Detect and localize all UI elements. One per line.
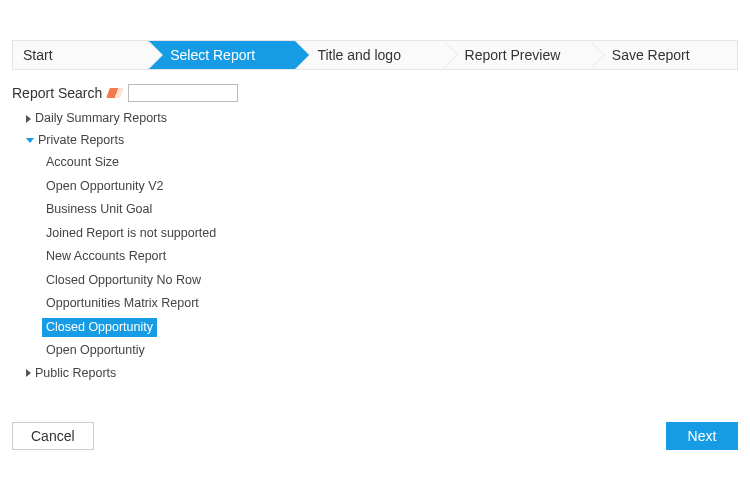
tree-item-open-opportunity[interactable]: Open Opportuntiy (12, 339, 738, 363)
wizard-steps: Start Select Report Title and logo Repor… (12, 40, 738, 70)
caret-right-icon (26, 115, 31, 123)
button-label: Cancel (31, 428, 75, 444)
tree-item-label: Account Size (42, 153, 123, 173)
tree-item-label: Closed Opportunity (42, 318, 157, 338)
folder-label: Public Reports (35, 365, 116, 383)
step-title-and-logo[interactable]: Title and logo (295, 41, 442, 69)
tree-folder: Daily Summary Reports (12, 108, 738, 130)
folder-private-reports[interactable]: Private Reports (12, 130, 738, 152)
folder-children: Account Size Open Opportunity V2 Busines… (12, 151, 738, 363)
tree-item-label: New Accounts Report (42, 247, 170, 267)
tree-item-business-unit-goal[interactable]: Business Unit Goal (12, 198, 738, 222)
report-search-row: Report Search (12, 84, 738, 102)
tree-folder: Public Reports (12, 363, 738, 385)
tree-item-open-opportunity-v2[interactable]: Open Opportunity V2 (12, 175, 738, 199)
folder-label: Private Reports (38, 132, 124, 150)
tree-item-joined-report-not-supported[interactable]: Joined Report is not supported (12, 222, 738, 246)
next-button[interactable]: Next (666, 422, 738, 450)
folder-daily-summary-reports[interactable]: Daily Summary Reports (12, 108, 738, 130)
wizard-footer: Cancel Next (12, 422, 738, 450)
step-label: Title and logo (317, 47, 401, 63)
button-label: Next (688, 428, 717, 444)
tree-item-label: Closed Opportunity No Row (42, 271, 205, 291)
step-label: Save Report (612, 47, 690, 63)
tree-item-opportunities-matrix-report[interactable]: Opportunities Matrix Report (12, 292, 738, 316)
tree-folder: Private Reports Account Size Open Opport… (12, 130, 738, 363)
folder-public-reports[interactable]: Public Reports (12, 363, 738, 385)
folder-label: Daily Summary Reports (35, 110, 167, 128)
step-label: Select Report (170, 47, 255, 63)
report-search-input[interactable] (128, 84, 238, 102)
tree-item-label: Open Opportuntiy (42, 341, 149, 361)
step-start[interactable]: Start (13, 41, 148, 69)
step-save-report[interactable]: Save Report (590, 41, 737, 69)
tree-item-label: Joined Report is not supported (42, 224, 220, 244)
tree-item-label: Business Unit Goal (42, 200, 156, 220)
caret-right-icon (26, 369, 31, 377)
report-search-label: Report Search (12, 85, 102, 101)
step-report-preview[interactable]: Report Preview (443, 41, 590, 69)
tree-item-account-size[interactable]: Account Size (12, 151, 738, 175)
caret-down-icon (26, 138, 34, 143)
cancel-button[interactable]: Cancel (12, 422, 94, 450)
tree-item-label: Opportunities Matrix Report (42, 294, 203, 314)
tree-item-label: Open Opportunity V2 (42, 177, 167, 197)
wizard-page: Start Select Report Title and logo Repor… (0, 0, 750, 500)
step-label: Start (23, 47, 53, 63)
report-tree: Daily Summary Reports Private Reports Ac… (12, 108, 738, 384)
eraser-icon[interactable] (106, 88, 124, 98)
step-select-report[interactable]: Select Report (148, 41, 295, 69)
tree-item-closed-opportunity[interactable]: Closed Opportunity (12, 316, 738, 340)
step-label: Report Preview (465, 47, 561, 63)
tree-item-new-accounts-report[interactable]: New Accounts Report (12, 245, 738, 269)
tree-item-closed-opportunity-no-row[interactable]: Closed Opportunity No Row (12, 269, 738, 293)
